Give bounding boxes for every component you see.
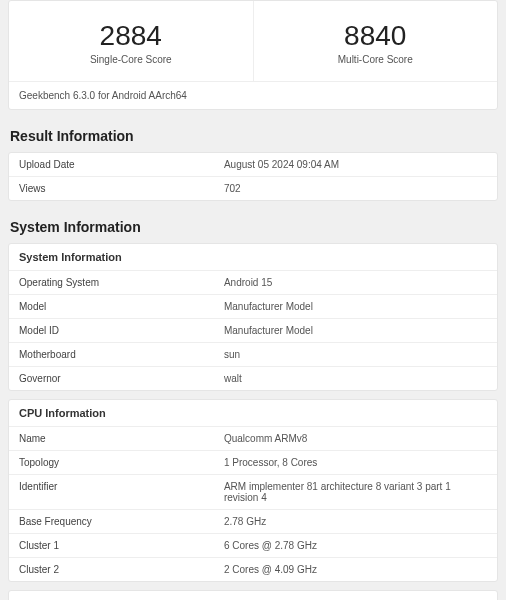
kv-value: Manufacturer Model xyxy=(214,295,497,318)
table-row: Name Qualcomm ARMv8 xyxy=(9,427,497,451)
kv-value: August 05 2024 09:04 AM xyxy=(214,153,497,176)
memory-panel: Memory Information Size 10.91 GB xyxy=(8,590,498,600)
table-row: Motherboard sun xyxy=(9,343,497,367)
table-row: Model ID Manufacturer Model xyxy=(9,319,497,343)
system-panel: System Information Operating System Andr… xyxy=(8,243,498,391)
table-row: Topology 1 Processor, 8 Cores xyxy=(9,451,497,475)
system-info-title: System Information xyxy=(10,219,498,235)
kv-label: Identifier xyxy=(9,475,214,509)
kv-value: sun xyxy=(214,343,497,366)
system-panel-header: System Information xyxy=(9,244,497,271)
single-core-cell: 2884 Single-Core Score xyxy=(9,1,253,81)
table-row: Views 702 xyxy=(9,177,497,200)
table-row: Model Manufacturer Model xyxy=(9,295,497,319)
kv-label: Operating System xyxy=(9,271,214,294)
kv-value: 6 Cores @ 2.78 GHz xyxy=(214,534,497,557)
kv-label: Cluster 1 xyxy=(9,534,214,557)
scores-row: 2884 Single-Core Score 8840 Multi-Core S… xyxy=(9,1,497,82)
kv-label: Motherboard xyxy=(9,343,214,366)
kv-label: Cluster 2 xyxy=(9,558,214,581)
cpu-panel: CPU Information Name Qualcomm ARMv8 Topo… xyxy=(8,399,498,582)
cpu-panel-header: CPU Information xyxy=(9,400,497,427)
table-row: Identifier ARM implementer 81 architectu… xyxy=(9,475,497,510)
kv-label: Views xyxy=(9,177,214,200)
table-row: Cluster 2 2 Cores @ 4.09 GHz xyxy=(9,558,497,581)
table-row: Base Frequency 2.78 GHz xyxy=(9,510,497,534)
kv-value: Android 15 xyxy=(214,271,497,294)
single-core-value: 2884 xyxy=(9,21,253,52)
table-row: Governor walt xyxy=(9,367,497,390)
kv-value: 702 xyxy=(214,177,497,200)
version-text: Geekbench 6.3.0 for Android AArch64 xyxy=(9,82,497,109)
scores-card: 2884 Single-Core Score 8840 Multi-Core S… xyxy=(8,0,498,110)
kv-label: Name xyxy=(9,427,214,450)
multi-core-cell: 8840 Multi-Core Score xyxy=(253,1,498,81)
kv-label: Upload Date xyxy=(9,153,214,176)
kv-label: Governor xyxy=(9,367,214,390)
kv-value: 2.78 GHz xyxy=(214,510,497,533)
multi-core-label: Multi-Core Score xyxy=(254,54,498,65)
kv-value: ARM implementer 81 architecture 8 varian… xyxy=(214,475,497,509)
single-core-label: Single-Core Score xyxy=(9,54,253,65)
result-info-panel: Upload Date August 05 2024 09:04 AM View… xyxy=(8,152,498,201)
kv-value: Manufacturer Model xyxy=(214,319,497,342)
result-info-title: Result Information xyxy=(10,128,498,144)
memory-panel-header: Memory Information xyxy=(9,591,497,600)
kv-value: 2 Cores @ 4.09 GHz xyxy=(214,558,497,581)
kv-value: walt xyxy=(214,367,497,390)
multi-core-value: 8840 xyxy=(254,21,498,52)
kv-label: Base Frequency xyxy=(9,510,214,533)
table-row: Upload Date August 05 2024 09:04 AM xyxy=(9,153,497,177)
kv-label: Model xyxy=(9,295,214,318)
kv-label: Model ID xyxy=(9,319,214,342)
kv-label: Topology xyxy=(9,451,214,474)
table-row: Operating System Android 15 xyxy=(9,271,497,295)
kv-value: 1 Processor, 8 Cores xyxy=(214,451,497,474)
table-row: Cluster 1 6 Cores @ 2.78 GHz xyxy=(9,534,497,558)
kv-value: Qualcomm ARMv8 xyxy=(214,427,497,450)
